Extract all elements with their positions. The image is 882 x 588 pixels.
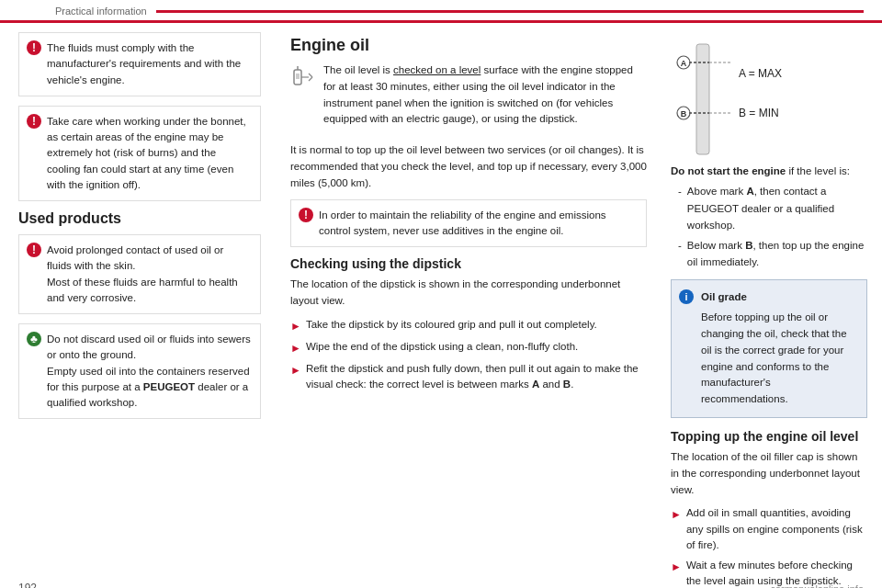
svg-rect-2 (296, 74, 300, 79)
dipstick-labels: A = MAX B = MIN (735, 40, 782, 133)
header-title: Practical information (55, 6, 147, 17)
warning-box-discard: ♣ Do not discard used oil or fluids into… (18, 323, 261, 419)
svg-text:B: B (681, 109, 687, 119)
dash-1: - (678, 183, 682, 199)
left-column: ! The fluids must comply with the manufa… (0, 32, 276, 588)
do-not-start-item-1-text: Above mark A, then contact a PEUGEOT dea… (687, 183, 867, 233)
dipstick-visual-labels: A B A = MAX B = MIN (671, 40, 782, 159)
oil-grade-box: i Oil grade Before topping up the oil or… (671, 279, 867, 418)
warning-icon-green: ♣ (27, 332, 41, 346)
warning-box-additives: ! In order to maintain the reliability o… (290, 199, 647, 248)
warning-icon-red-additives: ! (299, 208, 313, 222)
warning-discard-text: Do not discard used oil or fluids into s… (47, 334, 251, 408)
right-column: A B A = MAX B = MIN (662, 32, 882, 588)
dipstick-step-1: ► Take the dipstick by its coloured grip… (290, 317, 647, 334)
page-number: 192 (18, 582, 37, 588)
topping-up-heading: Topping up the engine oil level (671, 429, 867, 444)
warning-box-fluids: ! The fluids must comply with the manufa… (18, 32, 261, 96)
svg-line-5 (309, 77, 312, 81)
page-header: Practical information (0, 0, 882, 23)
do-not-start-item-1: - Above mark A, then contact a PEUGEOT d… (671, 183, 867, 233)
topping-up-intro: The location of the oil filler cap is sh… (671, 449, 867, 498)
used-products-heading: Used products (18, 210, 261, 227)
checking-dipstick-heading: Checking using the dipstick (290, 256, 647, 271)
svg-line-4 (309, 74, 312, 77)
oil-level-icon (290, 64, 316, 93)
topping-arrow-2: ► (671, 559, 682, 575)
warning-icon-red-1: ! (27, 40, 41, 55)
svg-rect-6 (696, 44, 709, 154)
warning-fluids-text: The fluids must comply with the manufact… (47, 42, 241, 85)
page-wrapper: Practical information ! The fluids must … (0, 0, 882, 588)
svg-text:A: A (681, 59, 687, 68)
engine-oil-para2: It is normal to top up the oil level bet… (290, 142, 647, 191)
warning-box-bonnet: ! Take care when working under the bonne… (18, 106, 261, 201)
oil-grade-title: Oil grade (701, 289, 857, 306)
engine-oil-intro-text: The oil level is checked on a level surf… (323, 62, 647, 128)
do-not-start-item-2-text: Below mark B, then top up the engine oil… (687, 237, 867, 271)
do-not-start-section: Do not start the engine if the level is:… (671, 163, 867, 270)
dipstick-step-1-text: Take the dipstick by its coloured grip a… (306, 317, 597, 333)
dipstick-diagram: A B A = MAX B = MIN (671, 40, 867, 159)
dipstick-step-2-text: Wipe the end of the dipstick using a cle… (306, 339, 578, 355)
warning-box-contact: ! Avoid prolonged contact of used oil or… (18, 234, 261, 314)
topping-step-1: ► Add oil in small quantities, avoiding … (671, 505, 867, 553)
warning-icon-red-2: ! (27, 114, 41, 129)
step-arrow-2: ► (290, 340, 301, 356)
checking-dipstick-intro: The location of the dipstick is shown in… (290, 277, 647, 310)
engine-oil-heading: Engine oil (290, 36, 647, 55)
label-a-max: A = MAX (739, 54, 782, 94)
topping-arrow-1: ► (671, 506, 682, 523)
topping-step-1-text: Add oil in small quantities, avoiding an… (686, 505, 867, 553)
header-bar (156, 10, 864, 13)
dash-2: - (678, 237, 682, 254)
engine-oil-intro-block: The oil level is checked on a level surf… (290, 62, 647, 135)
main-layout: ! The fluids must comply with the manufa… (0, 23, 882, 588)
center-column: Engine oil The oil level is checked on a… (276, 32, 662, 588)
website-url: carmanualonline.info (770, 583, 864, 588)
label-b-min: B = MIN (739, 94, 782, 133)
step-arrow-3: ► (290, 362, 301, 379)
step-arrow-1: ► (290, 318, 301, 334)
do-not-start-text: Do not start the engine if the level is: (671, 163, 867, 179)
warning-bonnet-text: Take care when working under the bonnet,… (47, 116, 246, 190)
do-not-start-item-2: - Below mark B, then top up the engine o… (671, 237, 867, 271)
oil-grade-text: Before topping up the oil or changing th… (701, 311, 847, 404)
do-not-start-heading: Do not start the engine (671, 165, 786, 176)
dipstick-step-3-text: Refit the dipstick and push fully down, … (306, 361, 647, 393)
dipstick-step-2: ► Wipe the end of the dipstick using a c… (290, 339, 647, 356)
info-icon: i (679, 289, 694, 304)
warning-contact-text: Avoid prolonged contact of used oil or f… (47, 244, 238, 303)
dipstick-step-3: ► Refit the dipstick and push fully down… (290, 361, 647, 393)
dipstick-svg: A B (671, 40, 735, 159)
warning-icon-red-3: ! (27, 243, 41, 257)
warning-additives-text: In order to maintain the reliability of … (319, 209, 606, 236)
